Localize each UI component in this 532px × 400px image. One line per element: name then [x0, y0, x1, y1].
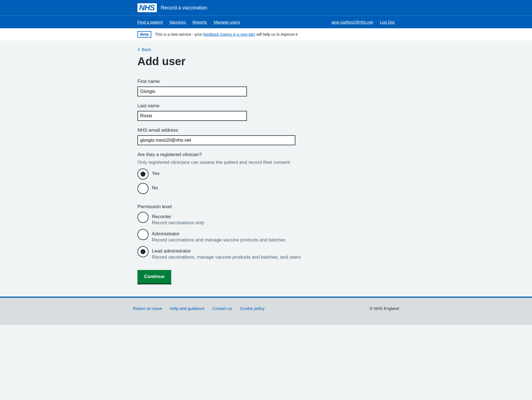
- permission-legend: Permission level: [137, 204, 172, 210]
- feedback-link[interactable]: feedback (opens in a new tab): [203, 32, 255, 37]
- footer-contact[interactable]: Contact us: [212, 306, 232, 311]
- header-top: NHS Record a vaccination: [137, 0, 395, 16]
- copyright: © NHS England: [370, 306, 399, 311]
- permission-lead-admin-radio[interactable]: [137, 246, 149, 257]
- beta-tag: Beta: [137, 31, 151, 38]
- nav-vaccines[interactable]: Vaccines: [169, 16, 186, 28]
- site-header: NHS Record a vaccination Find a patient …: [0, 0, 532, 28]
- first-name-label: First name: [137, 79, 298, 84]
- primary-nav: Find a patient Vaccines Reports Manage u…: [0, 16, 532, 28]
- footer-report-issue[interactable]: Report an issue: [133, 306, 162, 311]
- phase-banner: Beta This is a new service - your feedba…: [0, 28, 532, 40]
- last-name-input[interactable]: [137, 111, 247, 121]
- footer-help[interactable]: Help and guidance: [170, 306, 204, 311]
- nav-find-patient[interactable]: Find a patient: [137, 16, 163, 28]
- clinician-yes-radio[interactable]: [137, 169, 149, 180]
- continue-button[interactable]: Continue: [137, 270, 171, 283]
- nav-reports[interactable]: Reports: [193, 16, 207, 28]
- clinician-no-label[interactable]: No: [152, 183, 158, 191]
- permission-administrator-radio[interactable]: [137, 229, 149, 240]
- email-label: NHS email address: [137, 128, 298, 133]
- chevron-left-icon: [137, 48, 140, 52]
- permission-administrator-label[interactable]: Administrator Record vaccinations and ma…: [152, 229, 285, 243]
- nav-manage-users[interactable]: Manage users: [214, 16, 240, 28]
- permission-recorder-label[interactable]: Recorder Record vaccinations only: [152, 212, 204, 226]
- nav-user-email[interactable]: jane.carlton2@nhs.net: [331, 16, 373, 28]
- last-name-label: Last name: [137, 103, 298, 109]
- clinician-no-radio[interactable]: [137, 183, 149, 194]
- back-link[interactable]: Back: [137, 47, 151, 52]
- clinician-hint: Only registered clinicians can assess th…: [137, 160, 395, 165]
- nav-logout[interactable]: Log Out: [380, 16, 395, 28]
- phase-text-before: This is a new service - your: [155, 32, 203, 37]
- footer-cookie[interactable]: Cookie policy: [240, 306, 265, 311]
- permission-recorder-radio[interactable]: [137, 212, 149, 223]
- email-input[interactable]: [137, 135, 295, 145]
- first-name-input[interactable]: [137, 86, 247, 96]
- site-footer: Report an issue Help and guidance Contac…: [0, 297, 532, 325]
- clinician-yes-label[interactable]: Yes: [152, 169, 160, 176]
- clinician-fieldset: Are they a registered clinician? Only re…: [137, 152, 395, 197]
- page-title: Add user: [137, 55, 395, 68]
- clinician-legend: Are they a registered clinician?: [137, 152, 202, 157]
- nhs-logo: NHS: [137, 3, 157, 12]
- permission-lead-admin-label[interactable]: Lead administrator Record vaccinations, …: [152, 246, 301, 260]
- main-content: Back Add user First name Last name NHS e…: [0, 40, 532, 297]
- phase-text-after: will help us to improve it.: [255, 32, 298, 37]
- service-name: Record a vaccination: [161, 5, 207, 11]
- permission-fieldset: Permission level Recorder Record vaccina…: [137, 204, 395, 263]
